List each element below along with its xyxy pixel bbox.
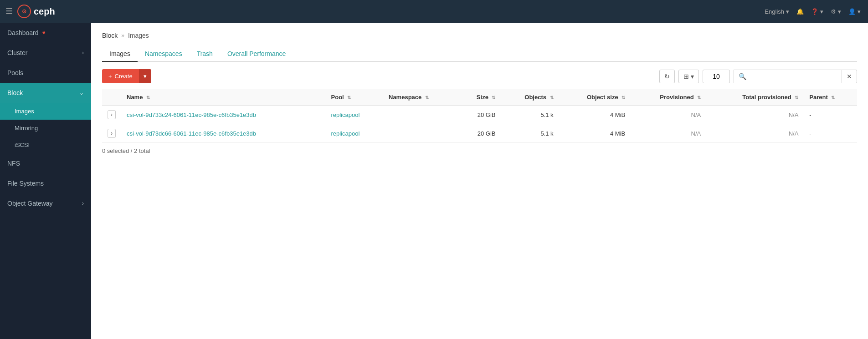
sidebar-item-dashboard[interactable]: Dashboard ♥ bbox=[0, 23, 91, 43]
col-namespace[interactable]: Namespace ⇅ bbox=[383, 89, 457, 106]
user-chevron-icon: ▾ bbox=[858, 8, 861, 15]
pool-link-1[interactable]: replicapool bbox=[331, 130, 360, 137]
object-size-cell-0: 4 MiB bbox=[559, 106, 631, 124]
parent-sort-icon: ⇅ bbox=[831, 95, 835, 100]
tab-images[interactable]: Images bbox=[102, 46, 138, 62]
iscsi-label: iSCSI bbox=[15, 142, 30, 148]
help-icon: ❓ bbox=[811, 8, 818, 15]
table-body: › csi-vol-9d733c24-6061-11ec-985e-c6fb35… bbox=[102, 106, 857, 143]
toolbar-right: ↻ ⊞ ▾ 🔍 ✕ bbox=[659, 70, 857, 83]
main-content: English ▾ 🔔 ❓ ▾ ⚙ ▾ 👤 ▾ Block » Images bbox=[91, 0, 868, 339]
create-label: Create bbox=[115, 73, 133, 80]
total-provisioned-cell-1: N/A bbox=[706, 124, 804, 143]
search-group: 🔍 ✕ bbox=[734, 70, 857, 83]
breadcrumb-separator: » bbox=[121, 32, 124, 39]
col-total-provisioned[interactable]: Total provisioned ⇅ bbox=[706, 89, 804, 106]
cluster-chevron-icon: › bbox=[82, 50, 84, 56]
name-sort-icon: ⇅ bbox=[146, 95, 150, 100]
logo-icon: ⊙ bbox=[17, 5, 31, 18]
col-parent[interactable]: Parent ⇅ bbox=[804, 89, 857, 106]
sidebar-item-object-gateway[interactable]: Object Gateway › bbox=[0, 193, 91, 213]
hamburger-icon[interactable]: ☰ bbox=[5, 6, 13, 16]
col-size[interactable]: Size ⇅ bbox=[457, 89, 501, 106]
search-input[interactable] bbox=[751, 70, 842, 83]
sidebar: ☰ ⊙ ceph Dashboard ♥ Cluster › Pools Blo… bbox=[0, 0, 91, 339]
sidebar-item-nfs[interactable]: NFS bbox=[0, 153, 91, 173]
toolbar: + Create ▾ ↻ ⊞ ▾ bbox=[102, 69, 857, 83]
cluster-label: Cluster bbox=[7, 49, 27, 56]
user-icon: 👤 bbox=[848, 8, 856, 15]
sidebar-item-file-systems[interactable]: File Systems bbox=[0, 173, 91, 193]
columns-chevron-icon: ▾ bbox=[691, 73, 694, 80]
page-size-input[interactable] bbox=[703, 70, 730, 83]
language-chevron-icon: ▾ bbox=[786, 8, 789, 15]
total-provisioned-sort-icon: ⇅ bbox=[795, 95, 798, 100]
images-table: Name ⇅ Pool ⇅ Namespace ⇅ Size ⇅ bbox=[102, 89, 857, 143]
breadcrumb-parent[interactable]: Block bbox=[102, 32, 118, 39]
col-objects[interactable]: Objects ⇅ bbox=[501, 89, 559, 106]
search-clear-button[interactable]: ✕ bbox=[842, 70, 857, 83]
sidebar-subitem-mirroring[interactable]: Mirroring bbox=[0, 120, 91, 137]
clear-icon: ✕ bbox=[847, 73, 852, 80]
tab-bar: Images Namespaces Trash Overall Performa… bbox=[102, 46, 857, 62]
help-button[interactable]: ❓ ▾ bbox=[811, 8, 823, 15]
breadcrumb: Block » Images bbox=[102, 32, 857, 39]
logo-text: ceph bbox=[34, 6, 55, 17]
search-icon: 🔍 bbox=[739, 73, 746, 80]
total-provisioned-cell-0: N/A bbox=[706, 106, 804, 124]
namespace-cell-0 bbox=[383, 106, 457, 124]
language-selector[interactable]: English ▾ bbox=[765, 8, 789, 15]
mirroring-label: Mirroring bbox=[15, 125, 38, 132]
image-name-0[interactable]: csi-vol-9d733c24-6061-11ec-985e-c6fb35e1… bbox=[127, 111, 256, 118]
expand-cell-0[interactable]: › bbox=[102, 106, 121, 124]
sidebar-subitem-images[interactable]: Images bbox=[0, 103, 91, 120]
sidebar-item-block[interactable]: Block ⌄ bbox=[0, 83, 91, 103]
table-header: Name ⇅ Pool ⇅ Namespace ⇅ Size ⇅ bbox=[102, 89, 857, 106]
notifications-button[interactable]: 🔔 bbox=[796, 8, 804, 15]
tab-trash[interactable]: Trash bbox=[190, 46, 220, 62]
page-content: Block » Images Images Namespaces Trash O… bbox=[91, 23, 868, 339]
object-gateway-chevron-icon: › bbox=[82, 200, 84, 207]
dashboard-label: Dashboard bbox=[7, 29, 39, 36]
bell-icon: 🔔 bbox=[796, 8, 804, 15]
objects-cell-1: 5.1 k bbox=[501, 124, 559, 143]
objects-sort-icon: ⇅ bbox=[550, 95, 554, 100]
name-cell-1: csi-vol-9d73dc66-6061-11ec-985e-c6fb35e1… bbox=[121, 124, 326, 143]
row-expand-button-0[interactable]: › bbox=[108, 110, 116, 119]
col-name[interactable]: Name ⇅ bbox=[121, 89, 326, 106]
create-button[interactable]: + Create bbox=[102, 69, 139, 83]
col-object-size[interactable]: Object size ⇅ bbox=[559, 89, 631, 106]
settings-button[interactable]: ⚙ ▾ bbox=[831, 8, 841, 15]
object-size-sort-icon: ⇅ bbox=[621, 95, 625, 100]
tab-overall-performance[interactable]: Overall Performance bbox=[220, 46, 293, 62]
pool-link-0[interactable]: replicapool bbox=[331, 111, 360, 118]
image-name-1[interactable]: csi-vol-9d73dc66-6061-11ec-985e-c6fb35e1… bbox=[127, 130, 256, 137]
table-row: › csi-vol-9d73dc66-6061-11ec-985e-c6fb35… bbox=[102, 124, 857, 143]
sidebar-subitem-iscsi[interactable]: iSCSI bbox=[0, 137, 91, 153]
col-provisioned[interactable]: Provisioned ⇅ bbox=[631, 89, 706, 106]
expand-cell-1[interactable]: › bbox=[102, 124, 121, 143]
refresh-button[interactable]: ↻ bbox=[659, 70, 675, 83]
refresh-icon: ↻ bbox=[664, 73, 670, 80]
columns-button[interactable]: ⊞ ▾ bbox=[678, 70, 699, 83]
table-footer: 0 selected / 2 total bbox=[102, 143, 857, 159]
sidebar-item-cluster[interactable]: Cluster › bbox=[0, 43, 91, 63]
object-gateway-label: Object Gateway bbox=[7, 200, 53, 207]
images-label: Images bbox=[15, 108, 34, 115]
objects-cell-0: 5.1 k bbox=[501, 106, 559, 124]
size-sort-icon: ⇅ bbox=[492, 95, 495, 100]
user-button[interactable]: 👤 ▾ bbox=[848, 8, 861, 15]
col-pool[interactable]: Pool ⇅ bbox=[326, 89, 383, 106]
row-expand-button-1[interactable]: › bbox=[108, 129, 116, 138]
tab-namespaces[interactable]: Namespaces bbox=[138, 46, 190, 62]
size-cell-0: 20 GiB bbox=[457, 106, 501, 124]
language-label: English bbox=[765, 8, 784, 15]
sidebar-item-pools[interactable]: Pools bbox=[0, 63, 91, 83]
search-icon-button[interactable]: 🔍 bbox=[734, 70, 751, 83]
breadcrumb-current: Images bbox=[128, 32, 149, 39]
nfs-label: NFS bbox=[7, 160, 20, 167]
parent-cell-1: - bbox=[804, 124, 857, 143]
columns-icon: ⊞ bbox=[683, 73, 689, 80]
block-label: Block bbox=[7, 89, 23, 96]
create-dropdown-button[interactable]: ▾ bbox=[139, 69, 151, 83]
